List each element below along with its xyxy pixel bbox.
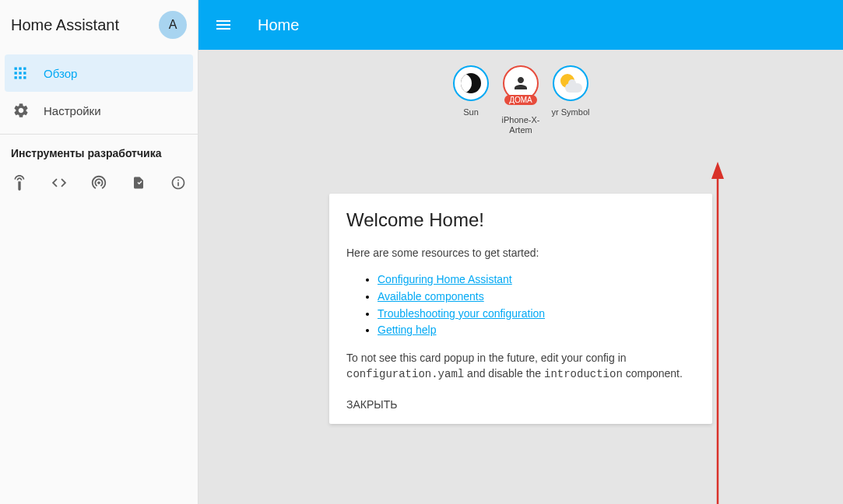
svg-rect-6 <box>15 76 17 79</box>
sidebar: Home Assistant A Обзор Настройки Инструм… <box>0 0 198 504</box>
badge-label: Sun <box>463 107 479 117</box>
badge-weather[interactable]: yr Symbol <box>549 65 592 135</box>
user-avatar[interactable]: A <box>159 11 187 39</box>
info-icon[interactable] <box>169 173 187 192</box>
svg-rect-2 <box>23 68 26 70</box>
broadcast-icon[interactable] <box>90 173 108 192</box>
dev-tools-label: Инструменты разработчика <box>0 142 198 167</box>
weather-circle <box>553 65 588 101</box>
link-components[interactable]: Available components <box>378 290 484 303</box>
sidebar-item-settings[interactable]: Настройки <box>5 92 193 129</box>
app-title: Home Assistant <box>11 16 119 34</box>
sun-circle <box>453 65 489 101</box>
sidebar-item-label: Обзор <box>44 67 77 80</box>
link-help[interactable]: Getting help <box>378 324 437 336</box>
annotation-arrow <box>710 162 725 504</box>
code-icon[interactable] <box>51 173 68 192</box>
svg-rect-7 <box>19 76 21 79</box>
card-footer: To not see this card popup in the future… <box>346 350 695 383</box>
svg-rect-4 <box>19 72 21 74</box>
card-intro: Here are some resources to get started: <box>346 245 695 261</box>
dashboard-icon <box>12 65 44 81</box>
svg-rect-5 <box>23 72 26 74</box>
code-config: configuration.yaml <box>346 368 464 380</box>
avatar-initial: A <box>169 18 177 32</box>
svg-rect-3 <box>15 72 17 74</box>
badges-row: Sun ДОМА iPhone-X-Artem yr Symbol <box>198 65 843 135</box>
sidebar-item-overview[interactable]: Обзор <box>5 54 193 92</box>
person-icon <box>511 74 530 93</box>
svg-rect-1 <box>19 68 21 70</box>
sidebar-nav: Обзор Настройки <box>0 50 198 129</box>
card-title: Welcome Home! <box>346 209 695 231</box>
weather-icon <box>559 74 582 93</box>
link-troubleshooting[interactable]: Troubleshooting your configuration <box>378 307 545 320</box>
svg-rect-0 <box>15 68 17 70</box>
code-intro: introduction <box>544 368 623 380</box>
menu-icon[interactable] <box>214 16 233 34</box>
moon-icon <box>461 73 481 93</box>
dev-tools-row <box>0 167 198 198</box>
badge-person[interactable]: ДОМА iPhone-X-Artem <box>499 65 543 135</box>
list-item: Configuring Home Assistant <box>378 271 695 289</box>
topbar: Home <box>198 0 843 50</box>
card-links: Configuring Home Assistant Available com… <box>346 271 695 339</box>
dismiss-button[interactable]: ЗАКРЫТЬ <box>346 398 397 411</box>
list-item: Troubleshooting your configuration <box>378 306 695 323</box>
list-item: Available components <box>378 289 695 306</box>
page-title: Home <box>258 16 299 34</box>
badge-label: iPhone-X-Artem <box>499 115 543 135</box>
badge-chip: ДОМА <box>504 95 537 105</box>
sidebar-item-label: Настройки <box>44 104 101 117</box>
svg-marker-10 <box>711 162 724 179</box>
gear-icon <box>12 102 44 119</box>
remote-icon[interactable] <box>11 173 29 192</box>
sidebar-header: Home Assistant A <box>0 0 198 50</box>
svg-rect-8 <box>23 76 26 79</box>
file-icon[interactable] <box>129 173 147 192</box>
welcome-card: Welcome Home! Here are some resources to… <box>329 194 712 424</box>
content: Sun ДОМА iPhone-X-Artem yr Symbol Welcom… <box>198 50 843 504</box>
badge-sun[interactable]: Sun <box>449 65 493 135</box>
badge-label: yr Symbol <box>552 107 590 117</box>
link-configuring[interactable]: Configuring Home Assistant <box>378 273 512 285</box>
main-area: Home Sun ДОМА iPhone-X-Artem <box>198 0 843 504</box>
divider <box>0 134 198 135</box>
list-item: Getting help <box>378 322 695 339</box>
